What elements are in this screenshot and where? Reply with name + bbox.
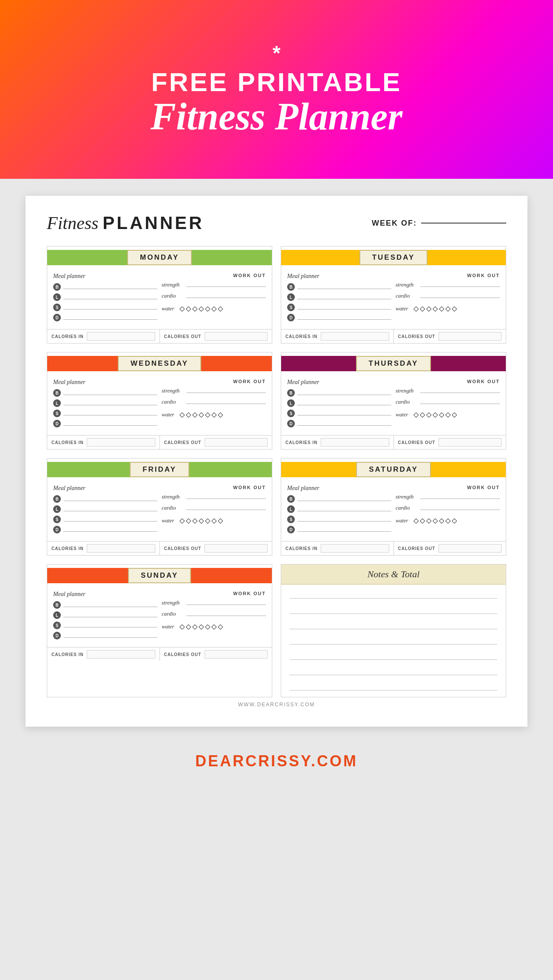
tue-meal-dot-d: D <box>287 314 295 321</box>
fri-water-drops: ◇ ◇ ◇ ◇ ◇ ◇ ◇ <box>180 516 223 524</box>
sat-calories-in-value[interactable] <box>321 544 389 553</box>
thu-drop-5: ◇ <box>439 410 444 418</box>
water-item: water ◇ ◇ ◇ ◇ ◇ ◇ ◇ <box>162 304 266 312</box>
wed-calories-in-value[interactable] <box>87 438 155 447</box>
sun-workout-strength: strength <box>162 599 266 606</box>
sun-meal-line-s <box>63 623 157 628</box>
sat-meal-dot-l: L <box>287 505 295 513</box>
fri-drop-5: ◇ <box>205 516 210 524</box>
tuesday-body: Meal planner B L S <box>281 269 506 326</box>
fri-meal-dot-l: L <box>53 505 61 513</box>
sat-meal-item-s: S <box>287 516 391 523</box>
sun-drop-2: ◇ <box>186 622 191 630</box>
wed-drop-4: ◇ <box>199 410 204 418</box>
thu-calories-out-value[interactable] <box>439 438 502 447</box>
notes-card: Notes & Total <box>281 564 506 697</box>
thursday-workout-section: WORK OUT strength cardio water <box>391 379 500 427</box>
calories-in-value[interactable] <box>87 332 155 341</box>
wednesday-meal-section: Meal planner B L S <box>53 379 157 427</box>
tue-meal-dot-b: B <box>287 283 295 291</box>
monday-body: Meal planner B L S <box>47 269 272 326</box>
friday-calories-row: CALORIES IN CALORIES OUT <box>47 541 272 555</box>
sun-drop-6: ◇ <box>211 622 217 630</box>
sun-water-item: water ◇ ◇ ◇ ◇ ◇ ◇ ◇ <box>162 622 266 630</box>
sun-meal-dot-s: S <box>53 622 61 629</box>
saturday-label: SATURDAY <box>356 462 431 477</box>
wed-meal-dot-s: S <box>53 410 61 417</box>
sun-meal-item-l: L <box>53 611 157 619</box>
tue-calories-out-label: CALORIES OUT <box>398 334 436 339</box>
thu-drop-7: ◇ <box>452 410 457 418</box>
sunday-calories-row: CALORIES IN CALORIES OUT <box>47 647 272 661</box>
thu-cardio-label: cardio <box>396 398 418 405</box>
wed-calories-out-value[interactable] <box>205 438 268 447</box>
thu-drop-1: ◇ <box>413 410 419 418</box>
tuesday-meal-title: Meal planner <box>287 273 391 280</box>
monday-meal-section: Meal planner B L S <box>53 273 157 321</box>
wed-workout-cardio: cardio <box>162 398 266 405</box>
thursday-body: Meal planner B L S <box>281 375 506 432</box>
water-label: water <box>162 305 178 312</box>
sun-cardio-line <box>186 612 266 616</box>
sat-drop-6: ◇ <box>445 516 450 524</box>
footer-brand: DEARCRISSY.COM <box>0 744 553 783</box>
sun-calories-in-value[interactable] <box>87 650 155 659</box>
saturday-workout-title: WORK OUT <box>396 485 500 490</box>
sat-strength-line <box>420 495 500 499</box>
sat-meal-line-b <box>297 497 391 501</box>
notes-line-1 <box>290 591 497 599</box>
fri-strength-label: strength <box>162 493 184 500</box>
fri-meal-item-b: B <box>53 495 157 503</box>
tue-calories-in-value[interactable] <box>321 332 389 341</box>
tue-calories-out-value[interactable] <box>439 332 502 341</box>
saturday-workout-items: strength cardio water ◇ ◇ ◇ <box>396 493 500 524</box>
sat-calories-out-value[interactable] <box>439 544 502 553</box>
monday-meal-title: Meal planner <box>53 273 157 280</box>
fri-water-item: water ◇ ◇ ◇ ◇ ◇ ◇ ◇ <box>162 516 266 524</box>
wed-water-item: water ◇ ◇ ◇ ◇ ◇ ◇ ◇ <box>162 410 266 418</box>
workout-cardio: cardio <box>162 292 266 299</box>
sat-strength-label: strength <box>396 493 418 500</box>
wed-meal-dot-b: B <box>53 389 61 397</box>
fri-meal-dot-b: B <box>53 495 61 503</box>
wed-drop-1: ◇ <box>180 410 185 418</box>
calories-out-value[interactable] <box>205 332 268 341</box>
calories-in-cell: CALORIES IN <box>47 330 160 343</box>
friday-meal-section: Meal planner B L S <box>53 485 157 533</box>
sunday-body: Meal planner B L S <box>47 587 272 644</box>
sun-strength-label: strength <box>162 599 184 606</box>
sat-meal-line-d <box>297 527 391 532</box>
tue-water-item: water ◇ ◇ ◇ ◇ ◇ ◇ ◇ <box>396 304 500 312</box>
wed-meal-line-s <box>63 411 157 415</box>
tue-meal-dot-l: L <box>287 293 295 301</box>
fri-calories-out-label: CALORIES OUT <box>164 546 202 551</box>
thu-calories-in-value[interactable] <box>321 438 389 447</box>
sun-calories-out-value[interactable] <box>205 650 268 659</box>
notes-line-5 <box>290 652 497 660</box>
wednesday-calories-row: CALORIES IN CALORIES OUT <box>47 435 272 449</box>
sat-calories-in-cell: CALORIES IN <box>281 542 394 555</box>
sun-meal-line-d <box>63 633 157 638</box>
day-card-friday: FRIDAY Meal planner B L <box>47 458 272 556</box>
thursday-label: THURSDAY <box>356 356 431 371</box>
meal-item-b: B <box>53 283 157 291</box>
sun-meal-dot-b: B <box>53 601 61 609</box>
sat-calories-out-cell: CALORIES OUT <box>394 542 506 555</box>
fri-meal-line-d <box>63 527 157 532</box>
tue-calories-out-cell: CALORIES OUT <box>394 330 506 343</box>
tue-drop-2: ◇ <box>420 304 425 312</box>
main-planner-card: Fitness PLANNER WEEK OF: MONDAY Meal pla… <box>26 196 527 727</box>
sun-drop-4: ◇ <box>199 622 204 630</box>
fri-calories-out-value[interactable] <box>205 544 268 553</box>
notes-line-7 <box>290 683 497 691</box>
day-card-thursday: THURSDAY Meal planner B L <box>281 352 506 450</box>
friday-header: FRIDAY <box>47 458 272 481</box>
monday-meal-items: B L S D <box>53 283 157 321</box>
sat-drop-3: ◇ <box>426 516 431 524</box>
monday-header: MONDAY <box>47 246 272 269</box>
wed-strength-line <box>186 389 266 393</box>
tue-strength-line <box>420 283 500 287</box>
fri-meal-line-s <box>63 517 157 522</box>
monday-workout-title: WORK OUT <box>162 273 266 278</box>
fri-calories-in-value[interactable] <box>87 544 155 553</box>
